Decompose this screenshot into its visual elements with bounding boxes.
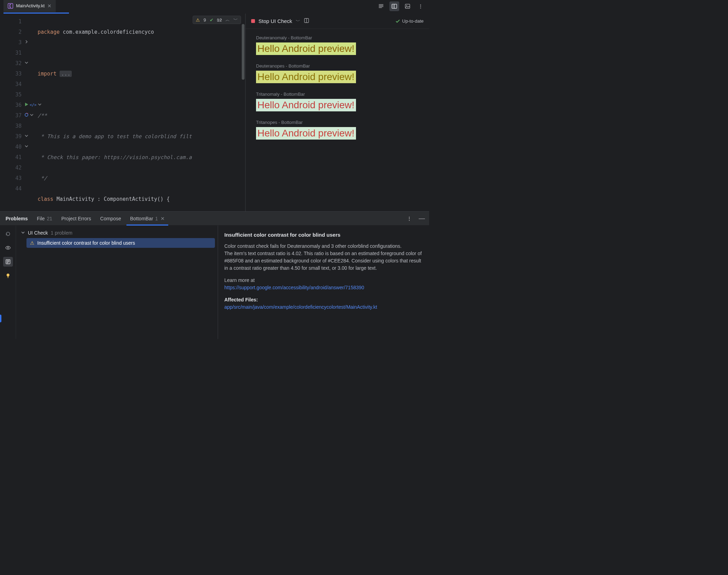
svg-rect-0 <box>8 3 13 8</box>
problem-detail-panel: Insufficient color contrast for color bl… <box>218 226 429 339</box>
chevron-down-icon[interactable] <box>21 230 25 236</box>
affected-file-link[interactable]: app/src/main/java/com/example/colordefic… <box>224 304 377 310</box>
preview-block-label: Deuteranopes - BottomBar <box>256 63 419 69</box>
view-code-only-icon[interactable] <box>376 1 386 11</box>
eye-icon[interactable] <box>3 243 13 253</box>
tab-file[interactable]: File 21 <box>36 212 54 225</box>
problem-item-contrast[interactable]: ⚠ Insufficient color contrast for color … <box>26 238 215 248</box>
warning-count: 9 <box>203 17 206 23</box>
layout-mode-icon[interactable] <box>304 18 309 24</box>
tab-problems[interactable]: Problems <box>4 212 29 225</box>
learn-more-label: Learn more at <box>224 277 255 283</box>
preview-block-label: Deuteranomaly - BottomBar <box>256 35 419 40</box>
chevron-down-icon[interactable]: ﹀ <box>296 18 300 24</box>
detail-line-1: Color contrast check fails for Deuterano… <box>224 243 402 249</box>
tab-bottombar[interactable]: BottomBar 1 ✕ <box>129 212 166 225</box>
file-tab-mainactivity[interactable]: MainActivity.kt ✕ <box>3 0 56 12</box>
preview-block-1[interactable]: Deuteranopes - BottomBarHello Android pr… <box>256 63 419 83</box>
view-design-icon[interactable] <box>403 1 412 11</box>
tree-group-uicheck[interactable]: UI Check 1 problem <box>19 229 215 237</box>
inspection-widget[interactable]: ⚠9 ✔12 ︿ ﹀ <box>193 16 241 24</box>
prev-highlight-icon[interactable]: ︿ <box>225 17 230 23</box>
preview-swatch: Hello Android preview! <box>256 42 356 55</box>
compose-preview-panel: Stop UI Check ﹀ Up-to-date Deuteranomaly… <box>245 14 429 211</box>
preview-swatch: Hello Android preview! <box>256 99 356 111</box>
refresh-icon[interactable] <box>3 229 13 239</box>
next-highlight-icon[interactable]: ﹀ <box>233 17 238 23</box>
run-gutter-icon[interactable] <box>24 100 29 110</box>
folded-imports[interactable]: ... <box>60 71 72 77</box>
ok-count: 12 <box>217 17 222 23</box>
editor-scrollbar-thumb[interactable] <box>242 24 245 80</box>
preview-status: Up-to-date <box>395 18 424 24</box>
svg-point-4 <box>406 5 407 6</box>
close-tab-icon[interactable]: ✕ <box>161 216 165 221</box>
code-tag-icon[interactable]: </> <box>30 100 37 110</box>
warning-icon: ⚠ <box>30 240 34 246</box>
affected-files-label: Affected Files: <box>224 296 423 304</box>
problems-tree: UI Check 1 problem ⚠ Insufficient color … <box>16 226 218 339</box>
override-gutter-icon[interactable] <box>24 110 29 121</box>
editor-tabbar: MainActivity.kt ✕ ⋮ <box>0 0 429 13</box>
preview-block-0[interactable]: Deuteranomaly - BottomBarHello Android p… <box>256 35 419 55</box>
learn-more-link[interactable]: https://support.google.com/accessibility… <box>224 285 364 290</box>
kotlin-file-icon <box>8 3 13 9</box>
intention-bulb-icon[interactable] <box>3 271 13 281</box>
preview-block-3[interactable]: Tritanopes - BottomBarHello Android prev… <box>256 120 419 140</box>
preview-block-label: Tritanomaly - BottomBar <box>256 92 419 97</box>
file-tab-label: MainActivity.kt <box>16 3 45 8</box>
close-tab-icon[interactable]: ✕ <box>47 3 52 9</box>
tab-compose[interactable]: Compose <box>99 212 123 225</box>
preview-block-label: Tritanopes - BottomBar <box>256 120 419 125</box>
view-split-icon[interactable] <box>389 1 399 11</box>
problems-tool-window: Problems File 21 Project Errors Compose … <box>0 211 429 339</box>
more-menu-icon[interactable]: ⋮ <box>416 1 426 11</box>
svg-point-8 <box>7 247 9 249</box>
ok-icon: ✔ <box>210 17 214 23</box>
line-number-gutter: 1 2 3 31 32 33 34 35 36 37 38 39 40 41 4… <box>0 14 24 211</box>
warning-icon: ⚠ <box>196 17 200 23</box>
code-area[interactable]: package com.example.colordeficiencyco im… <box>38 14 245 211</box>
stop-icon[interactable] <box>251 19 255 23</box>
tab-project-errors[interactable]: Project Errors <box>60 212 93 225</box>
panel-minimize-icon[interactable]: — <box>419 215 425 222</box>
left-edge-indicator <box>0 315 1 322</box>
fold-open-icon[interactable] <box>30 110 34 121</box>
fold-open-icon[interactable] <box>24 142 29 152</box>
preview-swatch: Hello Android preview! <box>256 71 356 83</box>
problems-side-toolbar <box>0 226 16 339</box>
fold-open-icon[interactable] <box>24 58 29 69</box>
code-editor[interactable]: 1 2 3 31 32 33 34 35 36 37 38 39 40 41 4… <box>0 14 245 211</box>
fold-collapsed-icon[interactable] <box>24 37 29 48</box>
fold-open-icon[interactable] <box>24 131 29 142</box>
detail-title: Insufficient color contrast for color bl… <box>224 231 423 239</box>
detail-line-2: The item's text contrast ratio is 4.02. … <box>224 251 422 271</box>
preview-block-2[interactable]: Tritanomaly - BottomBarHello Android pre… <box>256 92 419 111</box>
svg-rect-10 <box>7 277 9 277</box>
svg-rect-11 <box>7 278 8 278</box>
fold-gutter: </> <box>24 14 38 211</box>
panel-more-icon[interactable]: ⋮ <box>407 216 412 221</box>
stop-ui-check-label[interactable]: Stop UI Check <box>258 18 292 24</box>
preview-swatch: Hello Android preview! <box>256 127 356 140</box>
details-icon[interactable] <box>3 257 13 267</box>
